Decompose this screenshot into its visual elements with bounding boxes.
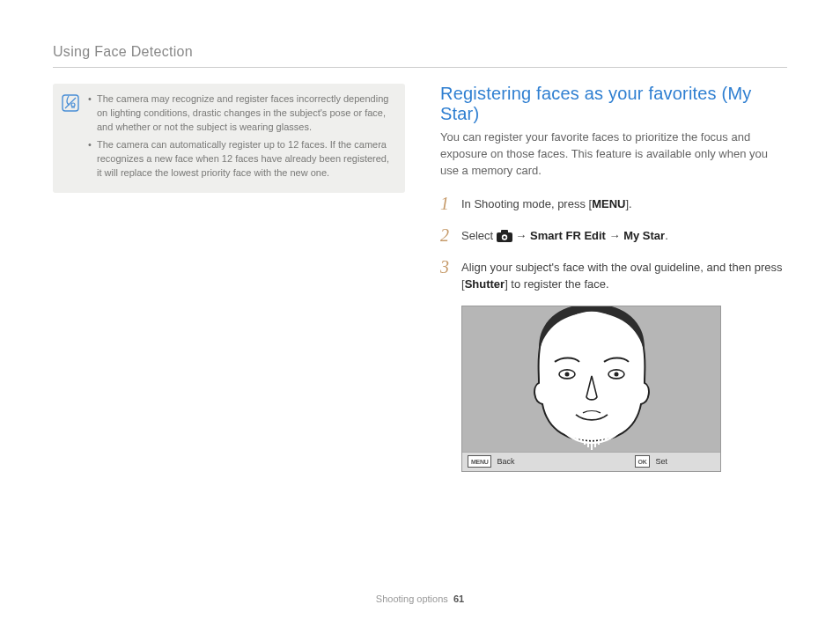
alignment-ticks [577,434,607,452]
note-box: The camera may recognize and register fa… [53,84,405,193]
step-text: ] to register the face. [505,277,609,291]
left-column: The camera may recognize and register fa… [53,84,405,472]
svg-point-9 [614,372,618,376]
note-list: The camera may recognize and register fa… [88,92,393,184]
step-text: In Shooting mode, press [ [461,197,592,210]
step-body: Align your subject's face with the oval … [461,257,787,293]
step-number: 3 [440,257,453,276]
svg-point-1 [71,103,75,107]
back-label: Back [497,457,514,466]
right-column: Registering faces as your favorites (My … [440,84,787,472]
step-body: Select → Smart FR Edit → My Star. [461,225,668,245]
section-title: Registering faces as your favorites (My … [440,84,787,124]
step-number: 2 [440,225,453,245]
my-star-label: My Star [623,229,665,242]
step-number: 1 [440,194,453,213]
set-label: Set [655,457,667,466]
step-1: 1 In Shooting mode, press [MENU]. [440,194,787,213]
step-3: 3 Align your subject's face with the ova… [440,257,787,293]
step-text: . [665,229,668,242]
step-body: In Shooting mode, press [MENU]. [461,194,632,213]
shutter-label: Shutter [465,277,505,291]
face-illustration [512,306,671,446]
header-title: Using Face Detection [53,44,787,60]
smart-fr-label: Smart FR Edit [530,229,606,242]
note-item: The camera may recognize and register fa… [88,92,393,135]
step-text: ]. [625,197,631,210]
svg-point-5 [503,236,505,239]
header-rule [53,67,787,68]
step-text: Select [461,229,497,242]
note-item: The camera can automatically register up… [88,138,393,181]
page-footer: Shooting options 61 [0,593,840,604]
menu-label: MENU [592,197,625,210]
section-intro: You can register your favorite faces to … [440,129,787,180]
note-icon [62,94,79,112]
camera-lcd-illustration: MENU Back OK Set [461,306,721,472]
lcd-viewport [462,306,720,452]
svg-point-7 [564,372,569,376]
menu-button-tag: MENU [468,455,491,468]
svg-rect-3 [501,230,508,233]
manual-page: Using Face Detection The camera may reco… [0,0,840,634]
arrow-icon: → [512,229,530,242]
arrow-icon: → [606,229,623,242]
content-columns: The camera may recognize and register fa… [53,84,787,472]
page-number: 61 [453,593,464,604]
page-header: Using Face Detection [53,44,787,68]
step-2: 2 Select → Smart FR Edit → My Star. [440,225,787,245]
camera-icon [497,230,512,242]
ok-button-tag: OK [635,455,651,468]
lcd-button-bar: MENU Back OK Set [462,452,720,471]
footer-section: Shooting options [376,593,448,604]
